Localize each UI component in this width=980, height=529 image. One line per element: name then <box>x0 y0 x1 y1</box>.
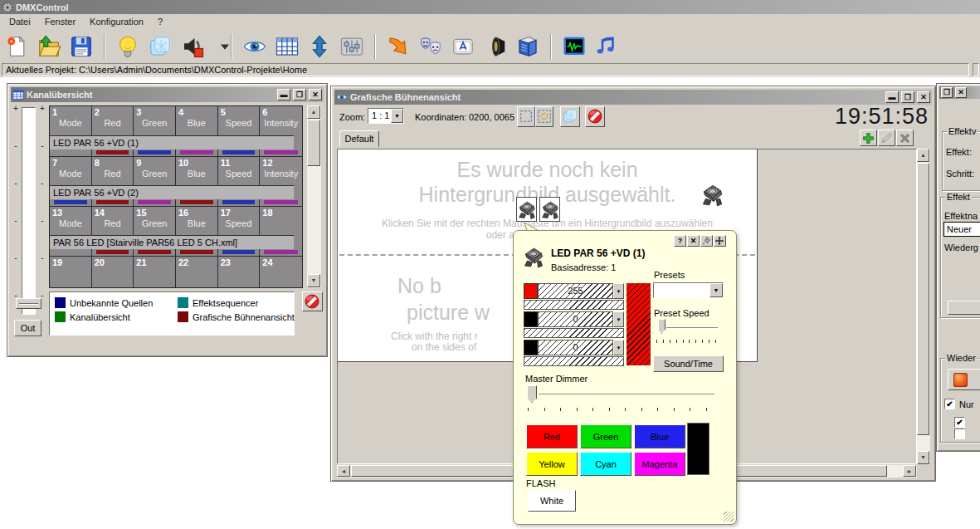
slider-spin-button[interactable]: ▾ <box>613 311 624 327</box>
popup-close-button[interactable]: ✕ <box>687 235 700 247</box>
stage-minimize-button[interactable]: ▬ <box>885 91 899 103</box>
presets-select[interactable]: ▼ <box>653 282 724 298</box>
save-project-icon[interactable] <box>69 34 94 59</box>
scroll-down-button[interactable]: ▼ <box>917 451 929 464</box>
stage-titlebar[interactable]: Grafische Bühnenansicht ▬ ❐ ✕ <box>334 90 932 105</box>
kanal-close-button[interactable]: ✕ <box>309 89 322 100</box>
color-button-red[interactable]: Red <box>526 424 578 448</box>
popup-resize-grip[interactable] <box>724 512 734 522</box>
brightness-icon[interactable] <box>115 34 140 59</box>
scroll-thumb[interactable] <box>917 163 929 435</box>
stage-close-button[interactable]: ✕ <box>917 91 930 103</box>
menu-hilfe[interactable]: ? <box>152 14 168 29</box>
zoom-dropdown-button[interactable]: ▼ <box>391 109 403 123</box>
channel-cell[interactable]: 13Mode <box>50 207 92 235</box>
audio-output-dropdown-icon[interactable] <box>212 34 221 59</box>
slider-value-bar[interactable]: 0 <box>538 311 613 327</box>
kanal-blackout-button[interactable] <box>302 291 323 311</box>
channel-cell[interactable]: 18 <box>260 207 302 235</box>
channel-cell[interactable]: 15Green <box>134 207 176 235</box>
presets-dropdown-button[interactable]: ▼ <box>709 283 723 297</box>
channel-cell[interactable]: 23 <box>218 257 261 288</box>
channel-cell[interactable]: 24 <box>260 257 302 288</box>
sub-checkbox-1[interactable]: ✔ <box>954 417 965 428</box>
scroll-left-button[interactable]: ◄ <box>337 465 350 477</box>
effects-icon[interactable] <box>386 34 411 59</box>
slider-track-strip[interactable] <box>524 328 624 338</box>
scroll-up-button[interactable]: ▲ <box>307 105 320 119</box>
hotkeys-icon[interactable] <box>451 34 475 59</box>
stop-scene-button[interactable] <box>948 369 980 390</box>
slider-value-bar[interactable]: 0 <box>538 340 613 355</box>
faders-icon[interactable] <box>339 34 364 59</box>
zoom-select[interactable]: 1 : 1 ▼ <box>368 108 404 124</box>
popup-move-button[interactable] <box>714 235 726 247</box>
scroll-thumb[interactable] <box>307 120 320 166</box>
fixture-select-mode-button[interactable] <box>535 106 553 127</box>
audio-player-icon[interactable] <box>594 34 619 59</box>
slider-track-strip[interactable] <box>524 356 624 366</box>
kanal-titlebar[interactable]: Kanalübersicht ▬ ❐ ✕ <box>11 87 324 102</box>
channel-cell[interactable]: 19 <box>50 257 92 288</box>
main-titlebar[interactable]: DMXControl <box>0 0 980 14</box>
fixture-icon-3[interactable] <box>700 181 724 208</box>
channel-cell[interactable]: 4Blue <box>176 106 218 135</box>
stage-blackout-button[interactable] <box>585 106 605 127</box>
nur-checkbox[interactable]: ✔ <box>944 399 955 409</box>
oscilloscope-icon[interactable] <box>562 34 587 59</box>
master-dimmer-slider[interactable] <box>524 385 716 405</box>
channel-cell[interactable]: 1Mode <box>50 106 92 135</box>
kanal-minimize-button[interactable]: ▬ <box>277 89 290 100</box>
preset-speed-thumb[interactable] <box>658 319 666 334</box>
scroll-right-button[interactable]: ► <box>903 465 916 477</box>
open-project-icon[interactable] <box>37 34 61 59</box>
color-button-cyan[interactable]: Cyan <box>580 452 631 476</box>
dmx-channel-slider[interactable]: 0▾ <box>524 311 624 327</box>
scene-add-button[interactable] <box>860 130 877 146</box>
slider-track-strip[interactable] <box>524 300 624 310</box>
effektname-input[interactable] <box>943 222 980 237</box>
scene-edit-button[interactable] <box>878 130 895 146</box>
channel-cell[interactable]: 7Mode <box>50 157 92 185</box>
sound-time-button[interactable]: Sound/Time <box>653 355 724 372</box>
color-button-blue[interactable]: Blue <box>634 424 685 448</box>
panel-bottom-button[interactable] <box>948 301 980 315</box>
tab-default[interactable]: Default <box>339 130 379 147</box>
channel-cell[interactable]: 14Red <box>92 207 134 235</box>
dmx-channel-slider[interactable]: 255▾ <box>524 283 624 299</box>
sub-checkbox-2[interactable] <box>954 429 965 439</box>
channel-overview-icon[interactable] <box>275 34 300 59</box>
panel-titlebar[interactable]: ❐ ✕ <box>939 86 980 99</box>
stage-freeze-button[interactable] <box>560 106 580 127</box>
channel-cell[interactable]: 6Intensity <box>260 106 302 135</box>
menu-konfiguration[interactable]: Konfiguration <box>84 14 149 29</box>
slider-value-bar[interactable]: 255 <box>538 283 613 299</box>
freeze-icon[interactable] <box>148 34 173 59</box>
panel-close-button[interactable]: ✕ <box>955 87 967 98</box>
channel-cell[interactable]: 22 <box>176 257 218 288</box>
scene-delete-button[interactable] <box>896 130 914 146</box>
channel-cell[interactable]: 20 <box>92 257 134 288</box>
stage-maximize-button[interactable]: ❐ <box>901 91 914 103</box>
panel-maximize-button[interactable]: ❐ <box>941 87 953 98</box>
kanal-maximize-button[interactable]: ❐ <box>293 89 306 100</box>
scenes-icon[interactable] <box>418 34 443 59</box>
select-mode-button[interactable] <box>517 106 535 127</box>
channel-cell[interactable]: 5Speed <box>218 106 261 135</box>
channel-cell[interactable]: 10Blue <box>176 157 218 185</box>
channel-cell[interactable]: 8Red <box>92 157 134 185</box>
library-icon[interactable] <box>515 34 540 59</box>
channel-cell[interactable]: 11Speed <box>218 157 261 185</box>
new-project-icon[interactable] <box>4 34 29 59</box>
master-fader-thumb[interactable] <box>16 298 41 309</box>
channel-cell[interactable]: 2Red <box>92 106 134 135</box>
master-fader-track[interactable] <box>22 107 36 315</box>
scroll-down-button[interactable]: ▼ <box>307 274 320 287</box>
slider-spin-button[interactable]: ▾ <box>613 340 624 355</box>
channel-cell[interactable]: 12Intensity <box>260 157 302 185</box>
channel-cell[interactable]: 3Green <box>134 106 176 135</box>
stage-view-icon[interactable] <box>242 34 267 59</box>
channel-cell[interactable]: 21 <box>134 257 176 288</box>
popup-help-button[interactable]: ? <box>674 235 686 247</box>
dmx-channel-slider[interactable]: 0▾ <box>524 340 624 355</box>
